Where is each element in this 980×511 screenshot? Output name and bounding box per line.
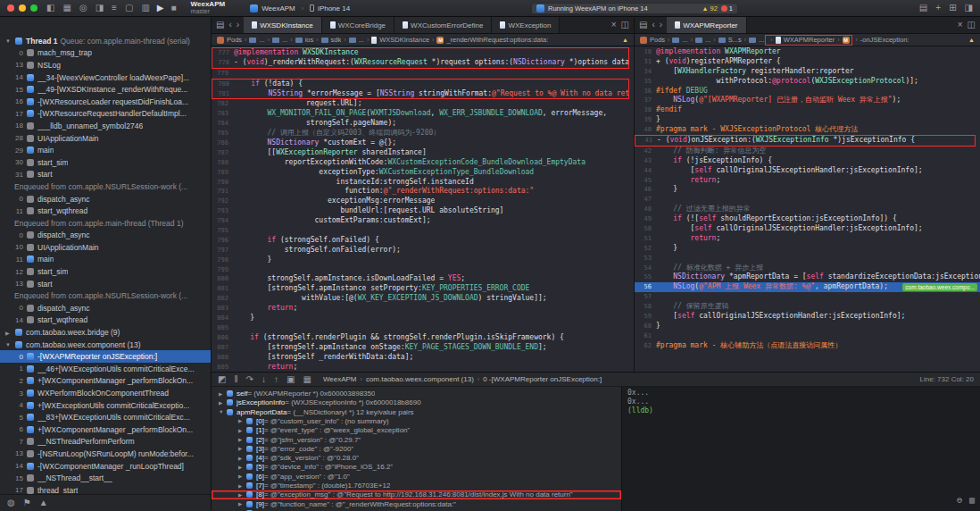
console-view[interactable]: 0x...0x... (lldb) ⊖▥ (622, 387, 980, 511)
stack-frame[interactable]: 18___lldb_unnamed_symbol2746 (0, 120, 211, 132)
jumpbar-item[interactable]: WXAPMReporter (776, 36, 835, 44)
line-number[interactable]: 791 (212, 187, 233, 197)
close-icon[interactable]: × (611, 17, 617, 33)
line-number[interactable]: 56 (635, 282, 656, 292)
line-number[interactable]: 54 (635, 264, 656, 273)
stack-frame[interactable]: 14__34-[WeexViewController loadWeexPage]… (0, 71, 211, 84)
disclosure-icon[interactable]: ▶ (238, 456, 246, 461)
line-number[interactable]: 53 (635, 254, 656, 264)
variable-row[interactable]: ▶[3] = @"error_code" : @"-9200" (212, 444, 621, 453)
step-into-icon[interactable]: ↓ (262, 373, 266, 387)
jumpbar-item[interactable]: ... (695, 36, 710, 44)
stack-frame[interactable]: 13start (0, 278, 211, 290)
jumpbar-item[interactable]: ... (672, 36, 687, 44)
stack-frame[interactable]: 17-[WXResourceRequestHandlerDefaultImpl.… (0, 108, 211, 121)
line-number[interactable]: 799 (212, 265, 233, 275)
line-number[interactable]: 798 (212, 256, 233, 265)
line-number[interactable]: 786 (212, 138, 233, 148)
line-number[interactable]: 781 (212, 89, 234, 99)
editor-layout-icon[interactable]: ▤ (919, 0, 927, 16)
line-number[interactable]: 51 (635, 234, 656, 244)
split-icon[interactable]: ◫ (968, 17, 976, 33)
source-editor-wxapmreporter[interactable]: 18@implementation WXAPMReporter31+ (void… (635, 46, 980, 372)
stack-frame[interactable]: 4+[WXExceptionUtils commitCriticalExcept… (0, 399, 211, 412)
stack-frame[interactable]: 28UIApplicationMain (0, 132, 211, 145)
memory-icon[interactable]: ▦ (303, 373, 311, 387)
debug-breadcrumb-item[interactable]: 0 -[WXAPMReporter onJSException:] (483, 375, 602, 383)
disclosure-icon[interactable]: ▶ (219, 400, 227, 406)
stack-frame[interactable]: 13-[NSRunLoop(NSRunLoopM) runMode:befor.… (0, 448, 211, 460)
stack-frame[interactable]: 0dispatch_async (0, 193, 211, 205)
stack-frame[interactable]: 15__49-[WXSDKInstance _renderWithReque..… (0, 83, 211, 96)
debug-breadcrumb-item[interactable]: WeexAPM (323, 375, 357, 383)
line-number[interactable]: 61 (635, 331, 656, 341)
line-number[interactable]: 789 (212, 168, 233, 178)
stack-frame[interactable]: 11main (0, 254, 211, 266)
editor-tab[interactable]: WXCustomErrorDefine (394, 17, 492, 33)
disclosure-icon[interactable]: ▼ (5, 38, 13, 44)
line-number[interactable]: 809 (212, 363, 233, 373)
line-number[interactable]: 806 (212, 333, 233, 343)
stack-frame[interactable]: 0mach_msg_trap (0, 47, 211, 60)
disclosure-icon[interactable]: ▼ (5, 342, 13, 348)
line-number[interactable]: 57 (635, 292, 656, 302)
line-number[interactable]: 802 (212, 294, 233, 304)
line-number[interactable]: 49 (635, 214, 656, 224)
stop-button[interactable]: ■ (171, 0, 177, 16)
variable-row[interactable]: ▼apmReportData = (__NSDictionaryI *) 12 … (212, 407, 621, 416)
line-number[interactable]: 788 (212, 158, 233, 168)
inspector-toggle-icon[interactable]: ◨ (96, 0, 104, 16)
variable-row[interactable]: ▶[6] = @"app_version" : @"1.0" (212, 472, 621, 481)
line-number[interactable]: 779 (212, 69, 233, 79)
line-number[interactable]: 787 (212, 148, 233, 158)
stack-frame[interactable]: 13NSLog (0, 59, 211, 71)
variable-row[interactable]: ▶jsExceptionInfo = (WXJSExceptionInfo *)… (212, 398, 621, 407)
stack-frame[interactable]: 0dispatch_async (0, 302, 211, 314)
line-number[interactable]: 52 (635, 244, 656, 254)
line-number[interactable]: 45 (635, 176, 656, 186)
editor-tab[interactable]: WXCoreBridge (322, 17, 394, 33)
variable-row[interactable]: ▶[2] = @"jsfm_version" : @"0.29.7" (212, 435, 621, 444)
warning-icon[interactable]: ▲ (39, 495, 48, 511)
line-number[interactable]: 785 (212, 129, 233, 138)
back-icon[interactable]: ‹ (228, 17, 231, 33)
jumpbar-item[interactable]: ... (749, 36, 764, 44)
disclosure-icon[interactable]: ▶ (5, 330, 13, 336)
tabs-icon[interactable]: ▤ (216, 17, 224, 33)
stack-frame[interactable]: 1__46+[WXExceptionUtils commitCriticalEx… (0, 363, 211, 375)
group-row[interactable]: ▼com.taobao.weex.component (13) (0, 339, 211, 351)
stack-frame[interactable]: 15__NSThread__start__ (0, 472, 211, 484)
search-icon[interactable]: ◎ (79, 0, 87, 16)
list-icon[interactable]: ≡ (112, 0, 117, 16)
console-pane-icon[interactable]: ▥ (969, 492, 975, 508)
line-number[interactable]: 790 (212, 178, 233, 188)
line-number[interactable]: 43 (635, 156, 656, 166)
step-out-icon[interactable]: ↑ (274, 373, 278, 387)
variable-row[interactable]: ▶[0] = @"custom_user_info" : (no summary… (212, 416, 621, 425)
close-icon[interactable]: × (958, 17, 963, 33)
warning-icon[interactable]: ▲ (622, 37, 628, 43)
line-number[interactable]: 18 (635, 47, 656, 57)
variable-row[interactable]: ▶[5] = @"device_info" : @"iPhone_iOS_16.… (212, 463, 621, 472)
jumpbar-item[interactable]: M_renderWithRequest:options:data: (436, 36, 548, 44)
stack-frame[interactable]: 7__NSThreadPerformPerform (0, 436, 211, 448)
line-number[interactable]: 31 (635, 57, 656, 67)
editor-tab[interactable]: WXAPMReporter (667, 17, 746, 33)
line-number[interactable]: 807 (212, 343, 233, 353)
line-number[interactable]: 35 (635, 77, 656, 87)
stack-frame[interactable]: 11start_wqthread (0, 205, 211, 217)
variable-row[interactable]: ▶self = (WXAPMReporter *) 0x600003898350 (212, 389, 621, 398)
group-row[interactable]: ▶com.taobao.weex.bridge (9) (0, 326, 211, 339)
variable-row[interactable]: ▶[4] = @"sdk_version" : @"0.28.0" (212, 453, 621, 462)
queue-row[interactable]: Enqueued from com.apple.NSURLSession-wor… (0, 180, 211, 193)
debug-view-icon[interactable]: ▣ (287, 373, 295, 387)
disclosure-icon[interactable]: ▶ (238, 465, 246, 470)
line-number[interactable]: 39 (635, 115, 656, 125)
line-number[interactable]: 48 (635, 205, 656, 214)
back-icon[interactable]: ‹ (652, 17, 654, 33)
close-window-button[interactable] (7, 4, 14, 12)
line-number[interactable]: 777 (212, 48, 234, 58)
columns-icon[interactable]: ▥ (141, 0, 149, 16)
stack-frame[interactable]: 10UIApplicationMain (0, 241, 211, 254)
line-number[interactable]: 59 (635, 312, 656, 322)
